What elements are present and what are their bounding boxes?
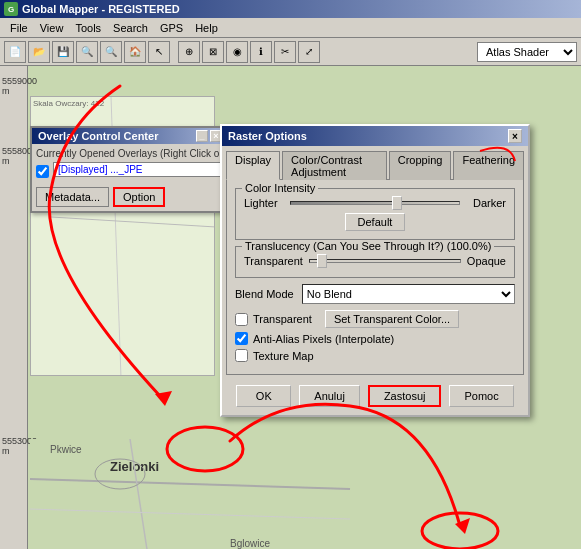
color-intensity-label: Color Intensity [242, 182, 318, 194]
texture-map-label: Texture Map [253, 350, 314, 362]
dialog-title-text: Raster Options [228, 130, 307, 142]
new-btn[interactable]: 📄 [4, 41, 26, 63]
dialog-title-bar: Raster Options × [222, 126, 528, 146]
color-intensity-group: Color Intensity Lighter Darker Default [235, 188, 515, 240]
transparent-label: Transparent [244, 255, 303, 267]
intensity-track [290, 201, 460, 205]
overlay-buttons: Metadata... Option [36, 187, 224, 207]
intensity-slider-row: Lighter Darker [244, 197, 506, 209]
tool1-btn[interactable]: ⊕ [178, 41, 200, 63]
toolbar: 📄 📂 💾 🔍 🔍 🏠 ↖ ⊕ ⊠ ◉ ℹ ✂ ⤢ Atlas Shader [0, 38, 581, 66]
tool5-btn[interactable]: ⤢ [298, 41, 320, 63]
menu-bar: File View Tools Search GPS Help [0, 18, 581, 38]
overlay-panel: Overlay Control Center _ × Currently Ope… [30, 126, 230, 213]
svg-line-3 [30, 479, 350, 489]
translucency-track [309, 259, 461, 263]
overlay-content: Currently Opened Overlays (Right Click o… [32, 144, 228, 211]
metadata-button[interactable]: Metadata... [36, 187, 109, 207]
overlay-minimize-btn[interactable]: _ [196, 130, 208, 142]
translucency-thumb[interactable] [317, 254, 327, 268]
dialog-close-btn[interactable]: × [508, 129, 522, 143]
translucency-slider-row: Transparent Opaque [244, 255, 506, 267]
option-button[interactable]: Option [113, 187, 165, 207]
lighter-label: Lighter [244, 197, 284, 209]
translucency-label: Translucency (Can You See Through It?) (… [242, 240, 494, 252]
tool4-btn[interactable]: ✂ [274, 41, 296, 63]
menu-gps[interactable]: GPS [154, 20, 189, 36]
tab-cropping[interactable]: Cropping [389, 151, 452, 180]
transparent-checkbox-row: Transparent Set Transparent Color... [235, 310, 515, 328]
app-icon: G [4, 2, 18, 16]
tool2-btn[interactable]: ⊠ [202, 41, 224, 63]
svg-line-4 [130, 439, 150, 549]
opaque-label: Opaque [467, 255, 506, 267]
home-btn[interactable]: 🏠 [124, 41, 146, 63]
raster-options-dialog: Raster Options × Display Color/Contrast … [220, 124, 530, 417]
transparent-checkbox-label: Transparent [253, 313, 312, 325]
blend-mode-label: Blend Mode [235, 288, 294, 300]
bottom-map-roads [30, 439, 581, 549]
cancel-button[interactable]: Anuluj [299, 385, 360, 407]
translucency-group: Translucency (Can You See Through It?) (… [235, 246, 515, 278]
menu-help[interactable]: Help [189, 20, 224, 36]
menu-tools[interactable]: Tools [69, 20, 107, 36]
svg-line-2 [51, 217, 214, 227]
menu-view[interactable]: View [34, 20, 70, 36]
main-area: 5559000 m 5558000 m 5553000 m Skala Owcz… [0, 66, 581, 549]
dialog-tabs: Display Color/Contrast Adjustment Croppi… [222, 146, 528, 179]
anti-alias-checkbox-row: Anti-Alias Pixels (Interpolate) [235, 332, 515, 345]
svg-point-6 [95, 459, 145, 489]
anti-alias-checkbox[interactable] [235, 332, 248, 345]
tab-display[interactable]: Display [226, 151, 280, 180]
overlay-display-checkbox[interactable] [36, 165, 49, 178]
cursor-btn[interactable]: ↖ [148, 41, 170, 63]
blend-mode-select[interactable]: No BlendMultiplyScreenOverlayAddSubtract [302, 284, 515, 304]
svg-line-5 [30, 509, 350, 519]
menu-file[interactable]: File [4, 20, 34, 36]
bottom-map: Zielonki Pkwice Bglowice Marszowice [30, 439, 581, 549]
apply-button[interactable]: Zastosuj [368, 385, 442, 407]
info-btn[interactable]: ℹ [250, 41, 272, 63]
app-title: Global Mapper - REGISTERED [22, 3, 180, 15]
set-transparent-color-btn[interactable]: Set Transparent Color... [325, 310, 459, 328]
scale-bar: 5559000 m 5558000 m 5553000 m [0, 66, 28, 549]
dialog-buttons: OK Anuluj Zastosuj Pomoc [222, 379, 528, 415]
ok-button[interactable]: OK [236, 385, 291, 407]
open-btn[interactable]: 📂 [28, 41, 50, 63]
texture-map-checkbox-row: Texture Map [235, 349, 515, 362]
menu-search[interactable]: Search [107, 20, 154, 36]
help-button[interactable]: Pomoc [449, 385, 513, 407]
zoom-in-btn[interactable]: 🔍 [76, 41, 98, 63]
default-button[interactable]: Default [345, 213, 406, 231]
anti-alias-label: Anti-Alias Pixels (Interpolate) [253, 333, 394, 345]
overlay-title-bar: Overlay Control Center _ × [32, 128, 228, 144]
zoom-out-btn[interactable]: 🔍 [100, 41, 122, 63]
intensity-thumb[interactable] [392, 196, 402, 210]
tab-feathering[interactable]: Feathering [453, 151, 524, 180]
tool3-btn[interactable]: ◉ [226, 41, 248, 63]
overlay-file-name: [Displayed] ..._JPE [53, 162, 224, 177]
tab-color-contrast[interactable]: Color/Contrast Adjustment [282, 151, 387, 180]
title-bar: G Global Mapper - REGISTERED [0, 0, 581, 18]
blend-mode-row: Blend Mode No BlendMultiplyScreenOverlay… [235, 284, 515, 304]
overlay-title-text: Overlay Control Center [38, 130, 158, 142]
texture-map-checkbox[interactable] [235, 349, 248, 362]
tab-display-content: Color Intensity Lighter Darker Default T… [226, 179, 524, 375]
save-btn[interactable]: 💾 [52, 41, 74, 63]
atlas-shader-dropdown[interactable]: Atlas Shader [477, 42, 577, 62]
scale-label-1: 5559000 m [2, 76, 37, 96]
transparent-checkbox[interactable] [235, 313, 248, 326]
darker-label: Darker [466, 197, 506, 209]
overlay-current-label: Currently Opened Overlays (Right Click o [36, 148, 224, 159]
